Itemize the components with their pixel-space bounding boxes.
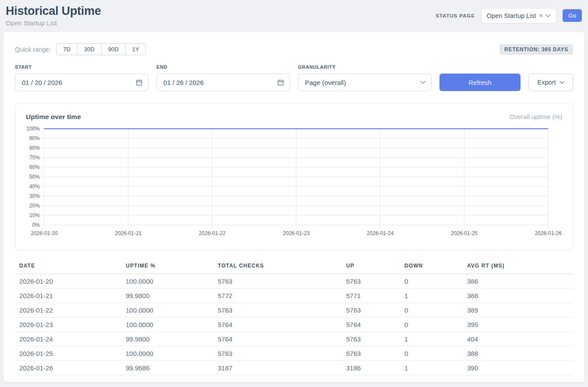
start-date-input[interactable]: 01 / 20 / 2026 (15, 74, 149, 91)
svg-text:30%: 30% (29, 193, 40, 199)
table-cell: 1 (404, 288, 467, 303)
table-cell: 5772 (218, 288, 346, 303)
uptime-chart-svg: 0%10%20%30%40%50%60%70%80%90%100%2026-01… (26, 126, 562, 236)
quick-range-90d-button[interactable]: 90D (102, 43, 126, 55)
table-cell: 5763 (346, 346, 404, 361)
table-cell: 2026-01-24 (15, 332, 126, 346)
granularity-select[interactable]: Page (overall) (298, 74, 432, 91)
main-panel: Quick range: 7D 30D 90D 1Y RETENTION: 36… (4, 32, 584, 382)
quick-range-7d-button[interactable]: 7D (56, 43, 78, 55)
table-row: 2026-01-22100.0000576357630389 (15, 303, 573, 317)
quick-range-group: 7D 30D 90D 1Y (56, 43, 146, 55)
end-date-label: END (156, 64, 290, 70)
end-date-value: 01 / 26 / 2026 (163, 79, 204, 86)
table-cell: 5763 (218, 346, 346, 361)
granularity-field: GRANULARITY Page (overall) (298, 64, 432, 91)
retention-badge: RETENTION: 365 DAYS (499, 44, 573, 55)
table-row: 2026-01-2199.9800577257711388 (15, 288, 573, 303)
table-cell: 2026-01-20 (15, 274, 126, 288)
chart-header: Uptime over time Overall uptime (%) (26, 113, 562, 121)
page-title: Historical Uptime (6, 4, 101, 18)
table-row: 2026-01-20100.0000576357630386 (15, 274, 573, 288)
table-cell: 5763 (218, 303, 346, 317)
table-cell: 5771 (346, 288, 404, 303)
page-title-block: Historical Uptime Open Startup List (6, 4, 101, 27)
table-cell: 3186 (346, 361, 404, 375)
svg-text:2026-01-22: 2026-01-22 (199, 230, 226, 236)
svg-text:50%: 50% (29, 174, 40, 180)
svg-text:80%: 80% (29, 145, 40, 151)
column-header-total-checks: TOTAL CHECKS (218, 260, 346, 274)
quick-range-row: Quick range: 7D 30D 90D 1Y RETENTION: 36… (15, 43, 573, 55)
svg-text:2026-01-23: 2026-01-23 (283, 230, 310, 236)
table-cell: 100.0000 (126, 274, 218, 288)
table-cell: 5763 (346, 303, 404, 317)
table-row: 2026-01-25100.0000576357630388 (15, 346, 573, 361)
page-subtitle: Open Startup List (6, 19, 101, 27)
column-header-up: UP (346, 260, 404, 274)
svg-text:70%: 70% (29, 155, 40, 161)
svg-text:2026-01-25: 2026-01-25 (451, 230, 478, 236)
quick-range-1y-button[interactable]: 1Y (126, 43, 146, 55)
table-cell: 2026-01-21 (15, 288, 126, 303)
column-header-date: DATE (15, 260, 126, 274)
chevron-down-icon (420, 81, 425, 84)
table-cell: 0 (404, 317, 467, 332)
quick-range-30d-button[interactable]: 30D (78, 43, 102, 55)
svg-text:2026-01-20: 2026-01-20 (31, 230, 58, 236)
table-cell: 100.0000 (126, 303, 218, 317)
table-cell: 1 (404, 361, 467, 375)
table-cell: 0 (404, 303, 467, 317)
table-cell: 5763 (218, 274, 346, 288)
status-page-select-value: Open Startup List (487, 12, 536, 19)
chart-legend: Overall uptime (%) (510, 113, 562, 120)
table-cell: 100.0000 (126, 346, 218, 361)
refresh-button[interactable]: Refresh (439, 74, 521, 91)
chevron-down-icon (545, 14, 551, 18)
svg-text:100%: 100% (26, 126, 40, 132)
page-header: Historical Uptime Open Startup List STAT… (0, 0, 588, 32)
table-cell: 5764 (218, 332, 346, 346)
table-cell: 390 (467, 361, 573, 375)
table-cell: 5764 (218, 317, 346, 332)
svg-text:90%: 90% (29, 135, 40, 141)
calendar-icon[interactable] (136, 79, 142, 86)
table-cell: 100.0000 (126, 317, 218, 332)
svg-text:2026-01-21: 2026-01-21 (115, 230, 142, 236)
chevron-down-icon (560, 81, 564, 84)
svg-text:0%: 0% (32, 222, 40, 228)
clear-selection-icon[interactable]: × (539, 12, 543, 19)
calendar-icon[interactable] (277, 79, 284, 86)
svg-text:2026-01-26: 2026-01-26 (535, 230, 562, 236)
uptime-chart-card: Uptime over time Overall uptime (%) 0%10… (15, 103, 573, 250)
table-cell: 0 (404, 346, 467, 361)
status-page-select[interactable]: Open Startup List × (481, 8, 556, 24)
filter-controls-row: START 01 / 20 / 2026 END 01 / 26 / 2026 … (15, 64, 573, 91)
column-header-avg-rt: AVG RT (MS) (467, 260, 573, 274)
table-cell: 2026-01-26 (15, 361, 126, 375)
go-button[interactable]: Go (563, 9, 582, 22)
status-page-label: STATUS PAGE (436, 13, 475, 18)
status-page-controls: STATUS PAGE Open Startup List × Go (436, 8, 582, 24)
table-cell: 99.9800 (126, 332, 218, 346)
granularity-label: GRANULARITY (298, 64, 432, 70)
table-header: DATE UPTIME % TOTAL CHECKS UP DOWN AVG R… (15, 260, 573, 274)
chart-title: Uptime over time (26, 113, 81, 121)
svg-text:10%: 10% (29, 212, 40, 218)
table-cell: 2026-01-23 (15, 317, 126, 332)
export-button[interactable]: Export (528, 74, 573, 91)
table-cell: 3187 (218, 361, 346, 375)
table-cell: 99.9686 (126, 361, 218, 375)
column-header-down: DOWN (404, 260, 467, 274)
svg-text:20%: 20% (29, 203, 40, 209)
table-cell: 99.9800 (126, 288, 218, 303)
quick-range-label: Quick range: (15, 46, 51, 53)
export-button-label: Export (538, 79, 556, 86)
uptime-table-body: 2026-01-20100.00005763576303862026-01-21… (15, 274, 573, 375)
start-date-value: 01 / 20 / 2026 (22, 79, 62, 86)
table-cell: 389 (467, 303, 573, 317)
table-cell: 388 (467, 288, 573, 303)
table-cell: 2026-01-25 (15, 346, 126, 361)
table-cell: 5764 (346, 317, 404, 332)
end-date-input[interactable]: 01 / 26 / 2026 (156, 74, 290, 91)
